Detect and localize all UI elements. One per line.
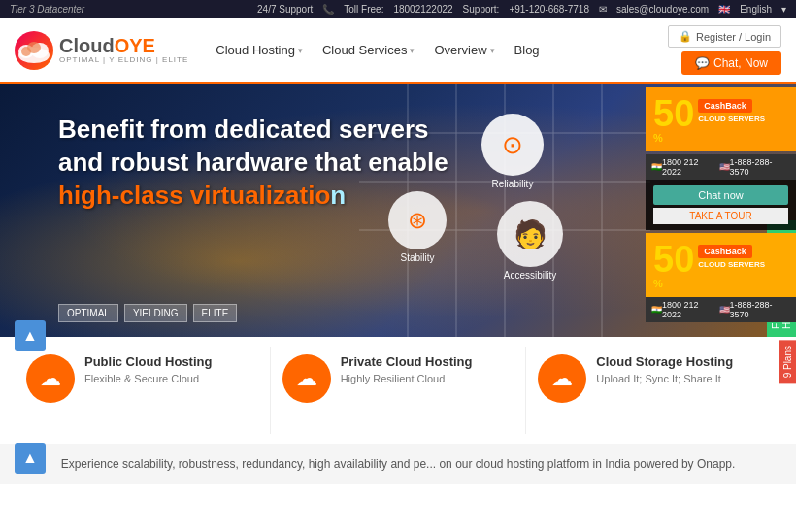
phone-bar-top: 🇮🇳 1800 212 2022 🇺🇸 1-888-288-3570 xyxy=(646,154,796,180)
us-flag: 🇺🇸 xyxy=(719,162,730,172)
support-phone[interactable]: +91-120-668-7718 xyxy=(509,4,589,15)
cashback-card-bottom: 50 % CashBack CLOUD SERVERS xyxy=(646,233,796,297)
nav-links: Cloud Hosting ▾ Cloud Services ▾ Overvie… xyxy=(208,37,668,63)
service-text-private: Private Cloud Hosting Highly Resilient C… xyxy=(341,354,473,385)
cashback-percent: 50 % xyxy=(653,95,694,144)
svg-point-4 xyxy=(27,42,41,53)
hero-badges: OPTIMAL YIELDING ELITE xyxy=(58,304,237,322)
language-selector[interactable]: English xyxy=(740,4,772,15)
cashback-label: CashBack xyxy=(698,99,752,113)
badge-elite: ELITE xyxy=(193,304,238,322)
stability-icon: ⊛ xyxy=(388,191,447,249)
service-public-cloud: ☁ Public Cloud Hosting Flexible & Secure… xyxy=(15,347,271,434)
server-label-2: CLOUD SERVERS xyxy=(698,260,765,269)
accessibility-icon: 🧑 xyxy=(497,201,563,267)
india-phone: 1800 212 2022 xyxy=(662,157,719,177)
service-title-private: Private Cloud Hosting xyxy=(341,354,473,369)
top-bar: Tier 3 Datacenter 24/7 Support 📞 Toll Fr… xyxy=(0,0,796,18)
hero-highlight: high-class virtualizatio xyxy=(58,181,330,210)
chat-icon: 💬 xyxy=(695,56,710,70)
chevron-down-icon: ▾ xyxy=(781,4,786,15)
chevron-down-icon: ▾ xyxy=(410,46,415,55)
accessibility-icon-group: 🧑 Accessibility xyxy=(497,201,563,281)
logo[interactable]: CloudOYE OPTIMAL | YIELDING | ELITE xyxy=(15,31,188,70)
chevron-down-icon: ▾ xyxy=(490,46,495,55)
us-phone-2: 1-888-288-3570 xyxy=(730,300,790,319)
reliability-label: Reliability xyxy=(481,179,544,189)
accessibility-label: Accessibility xyxy=(497,270,563,281)
chat-button[interactable]: 💬 Chat, Now xyxy=(681,51,781,75)
hero-icons-area: ⊙ Reliability ⊛ Stability 🧑 Accessibilit… xyxy=(388,104,582,298)
nav-cloud-services[interactable]: Cloud Services ▾ xyxy=(315,37,422,63)
service-text-public: Public Cloud Hosting Flexible & Secure C… xyxy=(84,354,212,385)
service-desc-storage: Upload It; Sync It; Share It xyxy=(596,372,733,385)
service-desc-public: Flexible & Secure Cloud xyxy=(84,372,212,385)
reliability-icon: ⊙ xyxy=(481,114,544,176)
services-section: ☁ Public Cloud Hosting Flexible & Secure… xyxy=(0,337,796,444)
phone-icon: 📞 xyxy=(322,4,334,15)
reliability-icon-group: ⊙ Reliability xyxy=(481,114,544,189)
chevron-down-icon: ▾ xyxy=(298,46,303,55)
tollfree-number[interactable]: 18002122022 xyxy=(393,4,452,15)
plans-tab[interactable]: 9 Plans xyxy=(779,340,796,383)
nav-blog[interactable]: Blog xyxy=(507,37,547,63)
nav-right: 🔒 Register / Login 💬 Chat, Now xyxy=(668,25,781,75)
lock-icon: 🔒 xyxy=(679,30,692,43)
chat-now-button[interactable]: Chat now xyxy=(653,185,788,205)
us-flag-2: 🇺🇸 xyxy=(719,305,730,315)
main-nav: CloudOYE OPTIMAL | YIELDING | ELITE Clou… xyxy=(0,18,796,84)
logo-cloud: Cloud xyxy=(59,35,115,56)
cashback-card-top: 50 % CashBack CLOUD SERVERS xyxy=(646,87,796,151)
service-title-storage: Cloud Storage Hosting xyxy=(596,354,733,369)
support-phone-label: Support: xyxy=(463,4,500,15)
top-bar-right: 24/7 Support 📞 Toll Free: 18002122022 Su… xyxy=(257,4,786,15)
storage-icon: ☁ xyxy=(538,354,586,403)
us-phone: 1-888-288-3570 xyxy=(730,157,790,177)
service-desc-private: Highly Resilient Cloud xyxy=(341,372,473,385)
right-popup: 50 % CashBack CLOUD SERVERS 🇮🇳 1800 212 … xyxy=(646,87,796,322)
bottom-text: Experience scalability, robustness, redu… xyxy=(0,444,796,484)
flag-icon: 🇬🇧 xyxy=(718,4,730,15)
cashback-percent-2: 50 % xyxy=(653,241,694,289)
scroll-up-button[interactable]: ▲ xyxy=(15,320,46,351)
service-storage: ☁ Cloud Storage Hosting Upload It; Sync … xyxy=(526,347,781,434)
support-label: 24/7 Support xyxy=(257,4,313,15)
logo-tagline: OPTIMAL | YIELDING | ELITE xyxy=(59,56,188,65)
badge-optimal: OPTIMAL xyxy=(58,304,118,322)
tour-link[interactable]: TAKE A TOUR xyxy=(653,208,788,224)
email[interactable]: sales@cloudoye.com xyxy=(616,4,709,15)
chat-overlay: Chat now TAKE A TOUR xyxy=(646,180,796,230)
cashback-label-2: CashBack xyxy=(698,245,752,258)
nav-cloud-hosting[interactable]: Cloud Hosting ▾ xyxy=(208,37,311,63)
phone-bar-bottom: 🇮🇳 1800 212 2022 🇺🇸 1-888-288-3570 xyxy=(646,297,796,322)
service-text-storage: Cloud Storage Hosting Upload It; Sync It… xyxy=(596,354,733,385)
public-cloud-icon: ☁ xyxy=(26,354,75,403)
tollfree-label: Toll Free: xyxy=(344,4,383,15)
register-button[interactable]: 🔒 Register / Login xyxy=(668,25,781,48)
india-flag-2: 🇮🇳 xyxy=(651,305,662,315)
stability-icon-group: ⊛ Stability xyxy=(388,191,447,263)
service-title-public: Public Cloud Hosting xyxy=(84,354,212,369)
brand-name: Tier 3 Datacenter xyxy=(10,4,84,15)
server-label: CLOUD SERVERS xyxy=(698,115,765,123)
email-icon: ✉ xyxy=(599,4,607,15)
service-private-cloud: ☁ Private Cloud Hosting Highly Resilient… xyxy=(271,347,527,434)
india-flag: 🇮🇳 xyxy=(651,162,662,172)
logo-text: CloudOYE OPTIMAL | YIELDING | ELITE xyxy=(59,35,188,65)
stability-label: Stability xyxy=(388,252,447,263)
badge-yielding: YIELDING xyxy=(124,304,187,322)
scroll-up-button-2[interactable]: ▲ xyxy=(15,443,46,474)
india-phone-2: 1800 212 2022 xyxy=(662,300,719,319)
private-cloud-icon: ☁ xyxy=(282,354,331,403)
nav-overview[interactable]: Overview ▾ xyxy=(426,37,502,63)
logo-oye: OYE xyxy=(115,35,155,56)
logo-icon xyxy=(15,31,53,70)
